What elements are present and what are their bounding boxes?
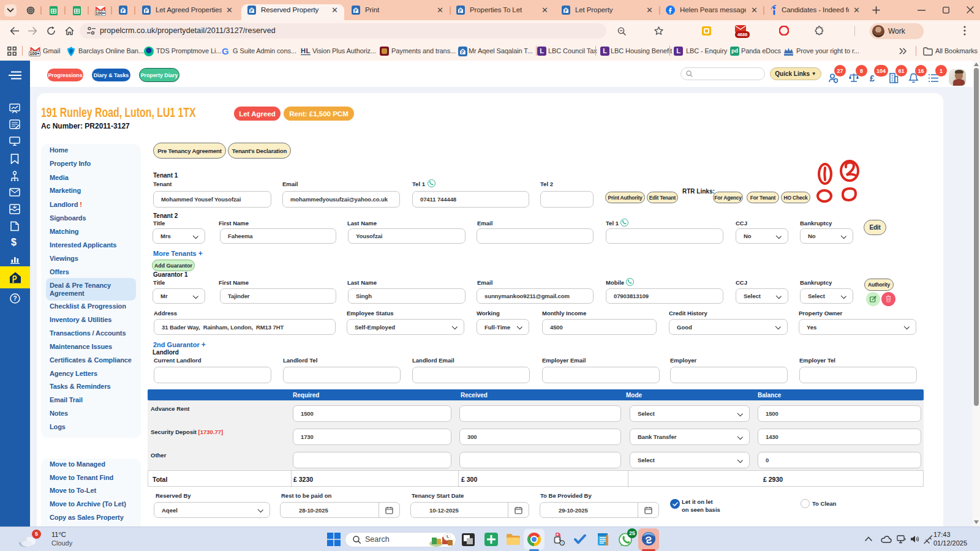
svg-text:?: ? — [13, 295, 17, 302]
svg-text:£: £ — [870, 73, 875, 83]
